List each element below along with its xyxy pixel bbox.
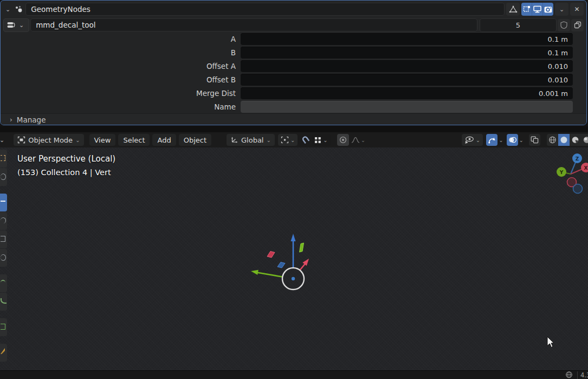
proportional-falloff-dropdown[interactable]: ⌄ <box>351 136 365 144</box>
chevron-down-icon: ⌄ <box>361 137 365 143</box>
panel-expand-chevron-icon[interactable]: ⌄ <box>3 7 12 12</box>
tool-extra[interactable] <box>0 344 7 362</box>
snap-toggle[interactable] <box>302 136 310 144</box>
pivot-point-dropdown[interactable]: ⌄ <box>278 134 298 146</box>
chevron-down-icon: ⌄ <box>557 7 566 12</box>
display-realtime-toggle[interactable] <box>532 3 542 16</box>
property-value-field-offset-a[interactable]: 0.010 <box>241 60 573 72</box>
property-row: Offset B 0.010 <box>1 73 586 86</box>
display-on-cage-toggle[interactable] <box>521 3 532 16</box>
chevron-down-icon: ⌄ <box>266 137 270 143</box>
menu-object[interactable]: Object <box>179 134 211 146</box>
property-row: Offset A 0.010 <box>1 59 586 73</box>
overlays-toggle[interactable] <box>507 134 518 146</box>
viewport-3d[interactable]: User Perspective (Local) (153) Collectio… <box>0 147 588 370</box>
mouse-cursor <box>547 337 555 349</box>
gizmos-toggle[interactable] <box>486 134 497 146</box>
gizmos-dropdown-chevron-icon[interactable]: ⌄ <box>499 137 503 143</box>
proportional-editing-toggle[interactable] <box>337 134 349 146</box>
object-visibility-dropdown[interactable]: ⌄ <box>462 134 483 146</box>
modifier-display-toggle-group <box>521 3 553 16</box>
viewport-toolbar <box>0 150 7 362</box>
geometry-nodes-modifier-panel: ⌄ GeometryNodes <box>0 0 587 125</box>
xray-toggle[interactable] <box>529 134 540 146</box>
viewport-collection-label: (153) Collection 4 | Vert <box>17 168 111 177</box>
editor-separator[interactable] <box>0 126 588 132</box>
modifier-header-row: ⌄ GeometryNodes <box>1 1 586 18</box>
tool-cursor[interactable] <box>0 168 7 186</box>
move-gizmo-plane-z <box>277 262 285 268</box>
magnet-icon <box>300 134 312 146</box>
display-render-toggle[interactable] <box>542 3 553 16</box>
chevron-down-icon: ⌄ <box>476 137 480 143</box>
property-value-field-b[interactable]: 0.1 m <box>241 47 573 59</box>
move-gizmo[interactable] <box>238 228 320 293</box>
property-label: Name <box>1 102 236 111</box>
navigation-gizmo[interactable]: Z X Y <box>547 151 588 197</box>
shading-solid-button[interactable] <box>558 134 570 146</box>
property-value-field-a[interactable]: 0.1 m <box>241 33 573 45</box>
tool-select-box[interactable] <box>0 150 7 168</box>
property-label: A <box>1 35 236 43</box>
property-label: Offset B <box>1 75 236 84</box>
property-row: Merge Dist 0.001 m <box>1 86 586 100</box>
node-tree-title-field[interactable]: GeometryNodes <box>25 3 505 16</box>
camera-icon <box>544 6 552 13</box>
tool-scale[interactable] <box>0 230 7 248</box>
orientation-label: Global <box>241 136 263 144</box>
property-name-text-input[interactable] <box>241 101 573 113</box>
chevron-down-icon: ⌄ <box>323 137 327 143</box>
tool-add-cube[interactable] <box>0 318 7 336</box>
property-value-field-offset-b[interactable]: 0.010 <box>241 74 573 86</box>
tool-transform[interactable] <box>0 249 7 267</box>
rendered-sphere-icon <box>583 136 588 144</box>
xray-squares-icon <box>531 136 539 144</box>
property-label: B <box>1 48 236 57</box>
mode-selector-dropdown[interactable]: Object Mode ⌄ <box>14 134 83 146</box>
shading-material-button[interactable] <box>570 134 581 146</box>
shading-rendered-button[interactable] <box>581 134 588 146</box>
property-row: A 0.1 m <box>1 32 586 46</box>
material-sphere-icon <box>571 136 579 144</box>
node-group-name-field[interactable]: mmd_decal_tool <box>30 18 477 31</box>
mode-selector-label: Object Mode <box>28 136 73 144</box>
viewport-header: ⌄ Object Mode ⌄ View Select Add Object G… <box>0 132 588 147</box>
menu-add[interactable]: Add <box>152 134 176 146</box>
overlays-dropdown-chevron-icon[interactable]: ⌄ <box>519 137 524 143</box>
move-gizmo-plane-y <box>300 243 304 252</box>
shading-mode-group <box>547 134 588 146</box>
chevron-down-icon: ⌄ <box>290 137 295 143</box>
geometry-nodes-icon <box>14 5 24 14</box>
select-visible-eye-icon <box>464 136 474 144</box>
node-group-browse-dropdown[interactable]: ⌄ <box>3 18 29 32</box>
new-node-group-button[interactable] <box>571 19 584 31</box>
node-tree-icon <box>7 21 15 29</box>
manage-subpanel-header[interactable]: › Manage <box>1 113 586 125</box>
snap-increment-grid-icon <box>314 137 321 144</box>
property-label: Merge Dist <box>1 89 236 98</box>
shield-icon <box>560 21 567 29</box>
tool-move[interactable] <box>0 194 7 211</box>
gizmo-axis-y-label: Y <box>559 170 564 175</box>
menu-view[interactable]: View <box>89 134 116 146</box>
modifier-extras-dropdown[interactable]: ⌄ <box>555 3 568 16</box>
shading-wireframe-button[interactable] <box>547 134 558 146</box>
property-value-field-merge-dist[interactable]: 0.001 m <box>241 87 573 99</box>
blender-version-text: 4.3 <box>577 371 588 379</box>
move-gizmo-plane-x <box>267 252 275 258</box>
solid-sphere-icon <box>560 136 568 144</box>
snap-mode-dropdown[interactable]: ⌄ <box>312 134 330 146</box>
node-group-users-count-button[interactable]: 5 <box>480 18 557 32</box>
edit-mode-display-toggle[interactable] <box>506 3 520 16</box>
tool-rotate[interactable] <box>0 212 7 230</box>
modifier-close-button[interactable]: ✕ <box>570 3 584 16</box>
editor-type-chevron-icon[interactable]: ⌄ <box>0 137 7 143</box>
blender-window: ⌄ GeometryNodes <box>0 0 588 379</box>
transform-orientation-dropdown[interactable]: Global ⌄ <box>227 134 275 146</box>
menu-select[interactable]: Select <box>118 134 150 146</box>
tool-measure[interactable] <box>0 293 7 311</box>
tool-annotate[interactable] <box>0 274 7 292</box>
fake-user-toggle[interactable] <box>558 19 570 31</box>
wireframe-sphere-icon <box>548 136 557 144</box>
chevron-down-icon: ⌄ <box>75 137 80 143</box>
